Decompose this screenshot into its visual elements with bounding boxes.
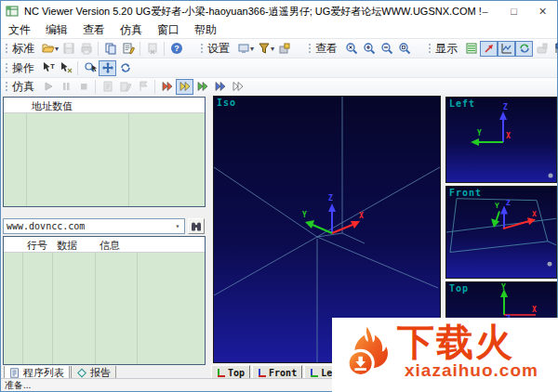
svg-text:X: X: [532, 210, 537, 218]
fast-forward-blue-button[interactable]: [211, 79, 229, 95]
minimize-button[interactable]: –: [471, 1, 499, 21]
address-value-table[interactable]: 地址数值: [3, 97, 206, 207]
print-button[interactable]: [77, 41, 95, 57]
program-lines-table[interactable]: 行号 数据 信息: [3, 236, 206, 365]
mini-viewport-left[interactable]: Left Z Y X: [445, 97, 557, 183]
toolbar-grip[interactable]: [199, 42, 204, 55]
zoom-window-button[interactable]: [395, 41, 413, 57]
help-button[interactable]: ?: [167, 41, 185, 57]
zoom-extents-icon: [345, 42, 358, 55]
axis-glyph-icon: [258, 369, 266, 377]
menu-window[interactable]: 窗口: [150, 21, 187, 38]
svg-text:X: X: [532, 306, 537, 314]
menu-edit[interactable]: 编辑: [38, 21, 75, 38]
machine-settings-icon: [278, 42, 291, 55]
toolbar-grip[interactable]: [4, 61, 8, 74]
deselect-tool-button[interactable]: [57, 60, 74, 76]
rotate-button[interactable]: [116, 60, 134, 76]
pause-icon: [60, 80, 73, 93]
table-column-line: [26, 98, 27, 206]
menu-simulation[interactable]: 仿真: [113, 21, 150, 38]
pan-button[interactable]: [99, 60, 116, 76]
address-value-header: 地址数值: [32, 99, 73, 113]
view-settings-dropdown-icon[interactable]: ▾: [250, 45, 254, 53]
viewport-front-label: Front: [449, 188, 482, 198]
export-icon: [146, 42, 159, 55]
toolbar-separator: [164, 42, 165, 56]
view-settings-icon: [237, 42, 250, 55]
stop-button[interactable]: [74, 79, 92, 95]
flag-button[interactable]: [551, 41, 558, 57]
direction-arrow-button[interactable]: [480, 41, 498, 57]
watermark-site: xiazaihuo.com: [405, 360, 538, 381]
svg-text:Y: Y: [495, 202, 499, 210]
save-button[interactable]: [60, 41, 77, 57]
toolbar-simulation-label: 仿真: [12, 79, 34, 95]
front-view-canvas: Z X Y: [446, 187, 556, 278]
info-header: 信息: [100, 239, 120, 253]
toolbar-grip[interactable]: [4, 42, 8, 55]
fast-forward-yellow-button[interactable]: [176, 79, 193, 95]
svg-text:X: X: [359, 212, 364, 220]
fast-forward-white-icon: [232, 80, 245, 93]
plot-icon: [500, 42, 513, 55]
filter-dropdown-icon[interactable]: ▾: [271, 45, 274, 53]
toolbar-operation-label: 操作: [12, 60, 34, 76]
tool-pencil-icon: [119, 80, 132, 93]
find-button[interactable]: [188, 218, 205, 234]
axis-glyph-icon: [310, 369, 318, 377]
fast-forward-red-icon: [161, 80, 174, 93]
program-file-combobox[interactable]: www.dovncc.com ▾: [3, 218, 185, 234]
zoom-out-button[interactable]: [378, 41, 395, 57]
deselect-cursor-icon: [60, 61, 73, 74]
zoom-in-button[interactable]: [360, 41, 378, 57]
toolbar-standard-row: 标准 ▾ ? 设置 ▾ ▾ 查看 显示: [1, 38, 557, 58]
pan-icon: [101, 61, 114, 74]
svg-text:Y: Y: [477, 129, 482, 137]
stop-icon: [77, 80, 90, 93]
zoom-window-icon: [398, 42, 411, 55]
fast-forward-red-button[interactable]: [158, 79, 176, 95]
open-dropdown-arrow-icon[interactable]: ▾: [55, 45, 59, 53]
maximize-button[interactable]: □: [499, 1, 528, 21]
tool-flag-icon: [137, 80, 150, 93]
toolbar-separator: [77, 61, 78, 75]
toolbar-grip[interactable]: [427, 42, 432, 55]
menu-view[interactable]: 查看: [75, 21, 113, 38]
tool-option-1-button[interactable]: [99, 79, 116, 95]
plot-button[interactable]: [498, 41, 515, 57]
tool-option-3-button[interactable]: [134, 79, 152, 95]
zoom-cursor-button[interactable]: [81, 60, 99, 76]
export-button[interactable]: [143, 41, 161, 57]
mini-viewport-front[interactable]: Front Z X Y: [445, 186, 557, 279]
svg-text:Z: Z: [506, 199, 511, 207]
edit-program-button[interactable]: [119, 41, 137, 57]
toolpath-list-icon: [465, 42, 478, 55]
menu-file[interactable]: 文件: [1, 21, 38, 38]
cycle-icon: [518, 42, 531, 55]
play-button[interactable]: [39, 79, 57, 95]
cycle-button[interactable]: [515, 41, 533, 57]
machine-display-button[interactable]: [533, 41, 551, 57]
toolbar-grip[interactable]: [4, 80, 8, 93]
help-icon: ?: [170, 42, 183, 55]
zoom-extents-button[interactable]: [342, 41, 360, 57]
menu-help[interactable]: 帮助: [187, 21, 224, 38]
fast-forward-green-button[interactable]: [193, 79, 211, 95]
watermark: 下载火 xiazaihuo.com: [332, 318, 558, 392]
copy-button[interactable]: [101, 41, 119, 57]
svg-text:Y: Y: [302, 211, 307, 219]
toolpath-list-button[interactable]: [462, 41, 480, 57]
close-button[interactable]: ×: [528, 1, 557, 21]
toolbar-grip[interactable]: [307, 42, 312, 55]
pause-button[interactable]: [57, 79, 74, 95]
program-table-header: 行号 数据 信息: [4, 237, 205, 253]
machine-settings-button[interactable]: [275, 41, 293, 57]
watermark-title: 下载火: [397, 321, 538, 362]
select-tool-button[interactable]: T: [39, 60, 57, 76]
tool-option-2-button[interactable]: [116, 79, 134, 95]
print-icon: [80, 42, 93, 55]
toolbar-separator: [95, 80, 96, 94]
fast-forward-white-button[interactable]: [229, 79, 246, 95]
chevron-down-icon[interactable]: ▾: [171, 219, 184, 233]
